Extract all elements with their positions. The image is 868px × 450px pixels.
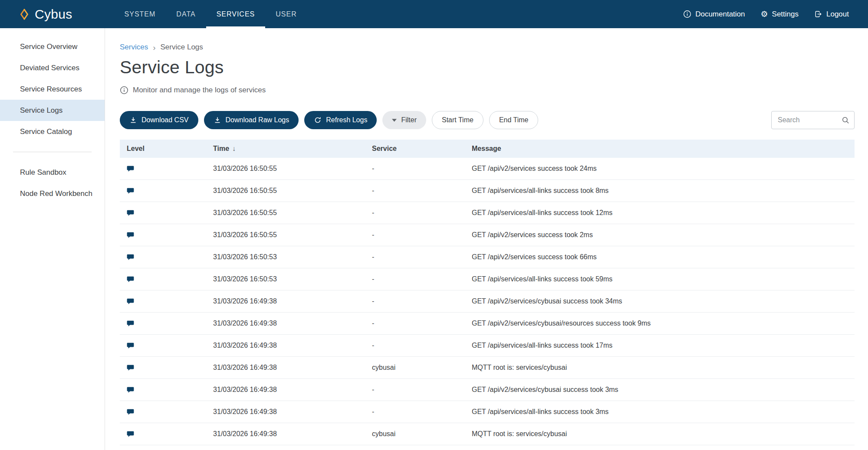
log-message: GET /api/services/all-links success took… <box>472 342 855 349</box>
column-header-time-label: Time <box>213 145 229 153</box>
log-level-cell <box>127 188 213 194</box>
sidebar-item-node-red-workbench[interactable]: Node Red Workbench <box>0 183 105 204</box>
log-level-info-icon <box>127 365 134 371</box>
column-header-time[interactable]: Time ↓ <box>213 145 372 153</box>
breadcrumb-services-link[interactable]: Services <box>120 43 148 52</box>
sidebar-item-deviated-services[interactable]: Deviated Services <box>0 57 105 78</box>
log-level-info-icon <box>127 276 134 283</box>
start-time-button[interactable]: Start Time <box>432 111 483 129</box>
download-icon <box>214 116 221 124</box>
tab-system[interactable]: SYSTEM <box>114 0 166 28</box>
log-message: GET /api/v2/services success took 24ms <box>472 165 855 173</box>
breadcrumb-chevron-icon: › <box>153 43 155 52</box>
log-service: - <box>372 386 472 394</box>
sort-desc-icon: ↓ <box>232 145 236 153</box>
log-time: 31/03/2026 16:49:38 <box>213 364 372 372</box>
download-csv-label: Download CSV <box>141 116 189 124</box>
sidebar-item-service-logs[interactable]: Service Logs <box>0 100 105 121</box>
log-time: 31/03/2026 16:50:55 <box>213 187 372 195</box>
table-body: 31/03/2026 16:50:55 - GET /api/v2/servic… <box>120 158 855 445</box>
tab-user[interactable]: USER <box>265 0 307 28</box>
log-time: 31/03/2026 16:49:38 <box>213 320 372 327</box>
table-row: 31/03/2026 16:49:38 cybusai MQTT root is… <box>120 357 855 379</box>
download-icon <box>129 116 137 124</box>
log-service: - <box>372 187 472 195</box>
brand-logo[interactable]: Cybus <box>19 0 72 28</box>
filter-button[interactable]: Filter <box>382 111 426 129</box>
table-row: 31/03/2026 16:49:38 - GET /api/services/… <box>120 335 855 357</box>
log-time: 31/03/2026 16:50:53 <box>213 275 372 283</box>
refresh-icon <box>314 116 322 124</box>
table-header-row: Level Time ↓ Service Message <box>120 140 855 158</box>
log-time: 31/03/2026 16:50:55 <box>213 209 372 217</box>
sidebar-item-service-catalog[interactable]: Service Catalog <box>0 121 105 142</box>
log-time: 31/03/2026 16:49:38 <box>213 342 372 349</box>
log-message: GET /api/v2/services/cybusai success too… <box>472 297 855 305</box>
column-header-service: Service <box>372 145 472 153</box>
log-message: MQTT root is: services/cybusai <box>472 430 855 438</box>
sidebar: Service Overview Deviated Services Servi… <box>0 28 105 450</box>
log-level-cell <box>127 387 213 393</box>
page-layout: Service Overview Deviated Services Servi… <box>0 28 868 450</box>
documentation-link[interactable]: Documentation <box>683 10 745 19</box>
table-row: 31/03/2026 16:49:38 - GET /api/services/… <box>120 401 855 423</box>
page-subtitle-text: Monitor and manage the logs of services <box>133 86 266 95</box>
log-service: - <box>372 231 472 239</box>
settings-link[interactable]: ⚙ Settings <box>761 10 799 19</box>
navbar-right: Documentation ⚙ Settings Logout <box>683 0 849 28</box>
log-time: 31/03/2026 16:50:53 <box>213 253 372 261</box>
log-level-cell <box>127 342 213 349</box>
sidebar-item-rule-sandbox[interactable]: Rule Sandbox <box>0 162 105 183</box>
log-message: GET /api/v2/services success took 66ms <box>472 253 855 261</box>
logout-link[interactable]: Logout <box>814 10 849 19</box>
refresh-logs-label: Refresh Logs <box>326 116 367 124</box>
logout-icon <box>814 10 822 18</box>
info-icon <box>683 10 691 18</box>
search-icon[interactable] <box>842 116 849 124</box>
table-row: 31/03/2026 16:50:53 - GET /api/v2/servic… <box>120 246 855 268</box>
log-service: cybusai <box>372 364 472 372</box>
sidebar-item-service-resources[interactable]: Service Resources <box>0 78 105 100</box>
log-service: - <box>372 320 472 327</box>
sidebar-divider <box>13 152 92 152</box>
log-service: cybusai <box>372 430 472 438</box>
page-subtitle: Monitor and manage the logs of services <box>120 86 855 95</box>
refresh-logs-button[interactable]: Refresh Logs <box>304 111 377 129</box>
filter-label: Filter <box>401 116 417 124</box>
log-level-cell <box>127 365 213 371</box>
log-message: GET /api/v2/services/cybusai success too… <box>472 386 855 394</box>
download-csv-button[interactable]: Download CSV <box>120 111 198 129</box>
search-input[interactable] <box>778 116 842 124</box>
log-level-info-icon <box>127 342 134 349</box>
brand-name: Cybus <box>35 7 72 22</box>
log-message: GET /api/v2/services success took 2ms <box>472 231 855 239</box>
sidebar-item-service-overview[interactable]: Service Overview <box>0 36 105 57</box>
log-level-info-icon <box>127 166 134 172</box>
log-service: - <box>372 297 472 305</box>
log-service: - <box>372 275 472 283</box>
tab-data[interactable]: DATA <box>166 0 206 28</box>
log-level-cell <box>127 254 213 261</box>
end-time-button[interactable]: End Time <box>489 111 539 129</box>
breadcrumb: Services › Service Logs <box>120 43 855 52</box>
log-level-cell <box>127 298 213 305</box>
main-content: Services › Service Logs Service Logs Mon… <box>105 28 868 450</box>
table-row: 31/03/2026 16:50:55 - GET /api/services/… <box>120 180 855 202</box>
search-box <box>771 111 855 129</box>
service-logs-table: Level Time ↓ Service Message 31/03/2026 … <box>120 140 855 445</box>
log-level-cell <box>127 166 213 172</box>
log-level-info-icon <box>127 320 134 327</box>
download-raw-logs-button[interactable]: Download Raw Logs <box>204 111 299 129</box>
log-level-cell <box>127 232 213 238</box>
log-service: - <box>372 408 472 416</box>
log-message: GET /api/v2/services/cybusai/resources s… <box>472 320 855 327</box>
toolbar: Download CSV Download Raw Logs Refresh L… <box>120 111 855 129</box>
log-time: 31/03/2026 16:49:38 <box>213 386 372 394</box>
table-row: 31/03/2026 16:49:38 - GET /api/v2/servic… <box>120 290 855 313</box>
tab-services[interactable]: SERVICES <box>206 0 266 28</box>
log-level-info-icon <box>127 210 134 216</box>
log-time: 31/03/2026 16:49:38 <box>213 297 372 305</box>
log-level-cell <box>127 276 213 283</box>
download-raw-logs-label: Download Raw Logs <box>226 116 289 124</box>
table-row: 31/03/2026 16:49:38 - GET /api/v2/servic… <box>120 313 855 335</box>
